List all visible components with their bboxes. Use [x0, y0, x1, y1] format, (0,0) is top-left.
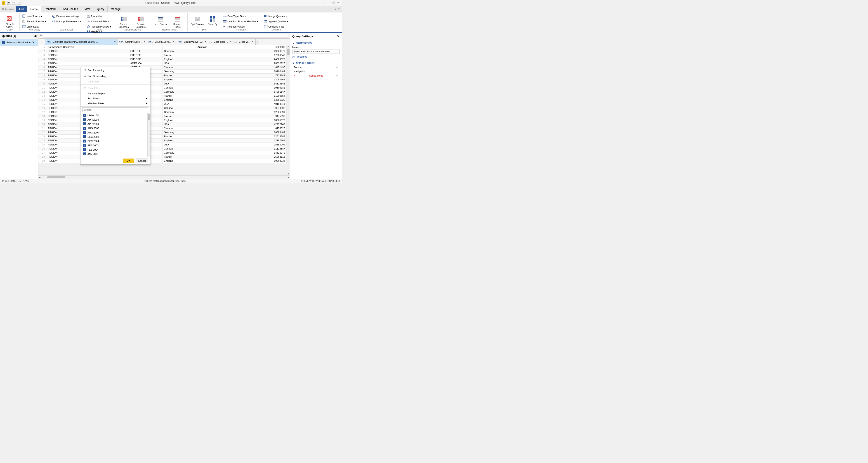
filter-check-item[interactable]: ✓JAN 2004 — [81, 156, 150, 157]
split-column-label: Split Column ▾ — [191, 23, 204, 29]
filter-checkbox-2[interactable]: ✓ — [83, 123, 86, 125]
filter-list-scroll-thumb[interactable] — [148, 113, 150, 120]
recent-sources-button[interactable]: Recent Sources ▾ — [21, 19, 48, 24]
filter-check-item[interactable]: ✓DEC 2003 — [81, 135, 150, 139]
undo-icon[interactable]: ↩ — [12, 1, 16, 5]
filter-checkbox-3[interactable]: ✓ — [83, 127, 86, 130]
col-filter-btn-4[interactable]: ▼ — [229, 41, 231, 43]
tab-home[interactable]: Home — [27, 6, 41, 12]
filter-search-input[interactable] — [82, 107, 148, 112]
data-type-button[interactable]: ABC Data Type: Text ▾ — [222, 14, 248, 19]
col-filter-btn-0[interactable]: ▼ — [114, 41, 116, 43]
grid-scroll-area[interactable]: 1Not Assigned Country (s)Australia426860… — [38, 45, 287, 175]
filter-list-scrollbar[interactable] — [147, 113, 150, 157]
vertical-scrollbar[interactable]: ▲ ▼ — [287, 45, 290, 175]
col-filter-btn-1[interactable]: ▼ — [143, 41, 145, 43]
ribbon-help-icon[interactable]: ? — [338, 7, 340, 11]
append-queries-button[interactable]: Append Queries ▾ — [263, 19, 290, 24]
sort-descending-item[interactable]: Sort Descending — [81, 73, 150, 79]
filter-check-item[interactable]: ✓APR 2004 — [81, 122, 150, 126]
dropdown-icon[interactable]: ▾ — [17, 1, 21, 5]
table-row: 6REGIONAMERICACanada6451493 — [38, 65, 287, 69]
filter-check-item[interactable]: ✓(Select All) — [81, 113, 150, 118]
col-header-5[interactable]: 1.2 Gross weight ▼ — [233, 39, 255, 45]
filter-check-item[interactable]: ✓AUG 2003 — [81, 126, 150, 130]
remove-rows-button[interactable]: Remove Rows ▾ — [169, 14, 186, 30]
filter-checkbox-1[interactable]: ✓ — [83, 118, 86, 121]
split-column-button[interactable]: Split Column ▾ — [189, 14, 206, 30]
horizontal-scrollbar[interactable]: ◀ ▶ — [38, 175, 290, 179]
step-added-items-gear[interactable]: ⚙ — [336, 74, 338, 77]
save-icon[interactable]: 💾 — [7, 1, 11, 5]
filter-checkbox-4[interactable]: ✓ — [83, 131, 86, 134]
collapse-queries-button[interactable]: ◀ — [34, 34, 36, 38]
filter-check-item[interactable]: ✓FEB 2004 — [81, 147, 150, 152]
close-apply-button[interactable]: Close & Apply ▾ — [1, 14, 18, 30]
ribbon-minimize-icon[interactable]: ▲ — [334, 7, 337, 11]
formula-input[interactable] — [43, 34, 288, 38]
remove-columns-button[interactable]: Remove Columns ▾ — [133, 14, 149, 30]
help-button[interactable]: ? — [322, 1, 327, 5]
table-cell: France — [162, 53, 196, 57]
col-filter-btn-2[interactable]: ▼ — [173, 41, 175, 43]
tab-transform[interactable]: Transform — [41, 6, 60, 12]
filter-check-item[interactable]: ✓JAN 2003 — [81, 152, 150, 156]
filter-checkbox-8[interactable]: ✓ — [83, 148, 86, 151]
tab-file[interactable]: File — [16, 6, 27, 12]
vscroll-thumb[interactable] — [287, 48, 289, 55]
settings-close-button[interactable]: ✕ — [337, 35, 340, 38]
col-header-3[interactable]: ABC Country.Level 03 ▼ — [176, 39, 208, 45]
data-source-settings-button[interactable]: Data source settings — [51, 14, 80, 19]
all-properties-link[interactable]: All Properties — [292, 55, 307, 58]
member-filters-item[interactable]: Member Filters ▶ — [81, 101, 150, 106]
use-first-row-button[interactable]: Use First Row as Headers ▾ — [222, 19, 260, 24]
maximize-button[interactable]: ⬜ — [331, 1, 336, 5]
tab-query[interactable]: Query — [94, 6, 108, 12]
group-by-button[interactable]: Group By — [206, 14, 219, 27]
filter-check-item[interactable]: ✓FEB 2003 — [81, 143, 150, 147]
sort-ascending-item[interactable]: Sort Ascending — [81, 67, 150, 73]
tab-add-column[interactable]: Add Column — [60, 6, 81, 12]
filter-checkbox-7[interactable]: ✓ — [83, 144, 86, 147]
hscroll-track[interactable] — [40, 176, 288, 178]
col-header-1[interactable]: ABC Country.Level 01 ▼ — [118, 39, 147, 45]
choose-columns-button[interactable]: Choose Columns ▾ — [116, 14, 132, 30]
tab-view[interactable]: View — [81, 6, 94, 12]
filter-cancel-button[interactable]: Cancel — [135, 159, 148, 163]
minimize-button[interactable]: ─ — [327, 1, 331, 5]
col-header-2[interactable]: ABC Country.Level 02 ▼ — [147, 39, 176, 45]
applied-steps-section: ▲ APPLIED STEPS Source ⚙ Navigation ✕ Ad… — [290, 60, 342, 79]
manage-parameters-button[interactable]: Manage Parameters ▾ — [51, 19, 82, 24]
close-button[interactable]: ✕ — [336, 1, 340, 5]
tab-manage[interactable]: Manage — [107, 6, 124, 12]
advanced-editor-button[interactable]: </> Advanced Editor — [85, 19, 111, 24]
query-name-input[interactable] — [292, 49, 340, 54]
filter-checkbox-10[interactable]: ✓ — [83, 157, 86, 157]
filter-checkbox-6[interactable]: ✓ — [83, 140, 86, 142]
row-number: 19 — [38, 118, 46, 122]
filter-checkbox-9[interactable]: ✓ — [83, 153, 86, 155]
step-added-items[interactable]: ✕ Added Items ⚙ — [292, 73, 340, 78]
step-source[interactable]: Source ⚙ — [292, 65, 340, 69]
col-filter-btn-5[interactable]: ▼ — [252, 41, 254, 43]
col-filter-btn-3[interactable]: ▼ — [204, 41, 206, 43]
filter-checkbox-0[interactable]: ✓ — [83, 114, 86, 117]
filter-check-item[interactable]: ✓DEC 2004 — [81, 139, 150, 143]
filter-check-item[interactable]: ✓AUG 2004 — [81, 130, 150, 135]
remove-empty-item[interactable]: Remove Empty — [81, 91, 150, 96]
filter-checkbox-5[interactable]: ✓ — [83, 135, 86, 138]
step-source-gear[interactable]: ⚙ — [336, 66, 338, 69]
step-navigation[interactable]: Navigation — [292, 69, 340, 73]
hscroll-thumb[interactable] — [47, 176, 65, 178]
keep-rows-button[interactable]: Keep Rows ▾ — [152, 14, 169, 27]
query-item[interactable]: Sales and Distribution: O... — [0, 39, 38, 45]
text-filters-item[interactable]: Text Filters ▶ — [81, 96, 150, 101]
properties-button[interactable]: Properties — [85, 14, 103, 19]
new-source-button[interactable]: + New Source ▾ — [21, 14, 43, 19]
filter-ok-button[interactable]: OK — [123, 159, 134, 163]
col-header-0[interactable]: ABC Calendar Year/Month.Calendar Year/Mo… — [45, 39, 118, 45]
merge-queries-button[interactable]: Merge Queries ▾ — [263, 14, 288, 19]
filter-check-item[interactable]: ✓APR 2003 — [81, 118, 150, 122]
col-header-4[interactable]: 1.2 Cost stats currency ▼ — [208, 39, 233, 45]
table-cell: 4268607 — [260, 45, 286, 49]
